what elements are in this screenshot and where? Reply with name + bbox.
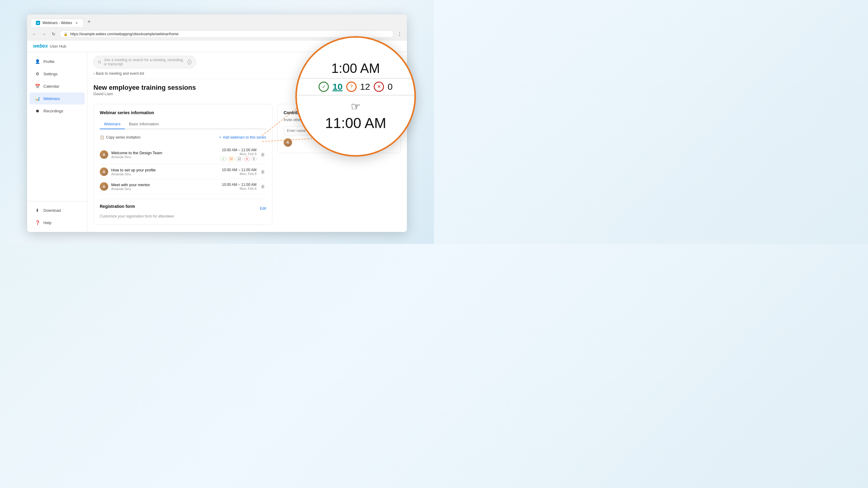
webinar-name-1[interactable]: How to set up your profile: [111, 168, 219, 172]
delete-webinar-2[interactable]: 🗑: [259, 183, 266, 190]
webinar-host-0: Amanda Sinu: [111, 155, 217, 159]
search-bar[interactable]: Join a meeting or search for a meeting, …: [93, 56, 196, 68]
browser-tab[interactable]: W Webinars - Webex ✕: [31, 19, 84, 27]
registration-edit-link[interactable]: Edit: [260, 206, 266, 210]
copy-icon: 📋: [100, 135, 104, 139]
forward-button[interactable]: →: [40, 30, 48, 38]
sidebar-item-calendar[interactable]: 📅 Calendar: [30, 80, 85, 92]
webinar-info-1: How to set up your profile Amanda Sinu: [111, 168, 219, 176]
copy-btn-label: Copy series invitation: [106, 135, 141, 139]
recordings-icon: ⏺: [34, 108, 40, 114]
webinar-time-0: 10:00 AM – 11:00 AM Mon, Feb 8 ✓ 10 12 ✕…: [220, 148, 256, 161]
stat-red-icon: ✕: [374, 82, 384, 92]
webinar-tabs: Webinars Basic information: [100, 119, 266, 129]
webinar-timerange-2: 10:00 AM – 11:00 AM: [222, 183, 256, 187]
page-subtitle: David Liam: [93, 92, 196, 96]
add-btn-label: Add webinars to this series: [223, 135, 266, 139]
stat-count-amber: 12: [360, 82, 370, 92]
webinar-date-0: Mon, Feb 8: [220, 152, 256, 156]
webinars-icon: 📊: [34, 96, 40, 101]
tab-bar: W Webinars - Webex ✕ +: [31, 17, 94, 27]
copy-series-button[interactable]: 📋 Copy series invitation: [100, 134, 141, 141]
tab-title: Webinars - Webex: [42, 21, 72, 25]
delete-webinar-1[interactable]: 🗑: [259, 168, 266, 175]
stat-count-red: 0: [388, 82, 393, 92]
webinar-info-0: Welcome to the Design Team Amanda Sinu: [111, 151, 217, 159]
webinar-time-2: 10:00 AM – 11:00 AM Mon, Feb 8: [222, 183, 256, 190]
sidebar-item-profile[interactable]: 👤 Profile: [30, 56, 85, 67]
back-text: Back to meeting and event list: [96, 71, 144, 76]
help-icon: ❓: [34, 220, 40, 226]
sidebar-item-help[interactable]: ❓ Help: [30, 217, 85, 229]
webinar-item-1: A How to set up your profile Amanda Sinu…: [100, 164, 266, 179]
registration-section: Registration form Edit Customize your re…: [100, 199, 266, 218]
stat-amber-icon: ?: [346, 82, 356, 92]
address-bar[interactable]: 🔒 https://example.webex.com/webappng/sit…: [60, 30, 394, 38]
sidebar-item-webinars[interactable]: 📊 Webinars: [30, 93, 85, 104]
sidebar-label-help: Help: [43, 221, 52, 225]
page-title: New employee training sessions: [93, 84, 196, 92]
sidebar-item-download[interactable]: ⬇ Download: [30, 204, 85, 216]
zoom-cursor: ☞: [351, 100, 361, 113]
delete-webinar-0[interactable]: 🗑: [259, 151, 266, 158]
zoom-time-before: 1:00 AM: [331, 59, 380, 75]
sidebar-label-profile: Profile: [43, 59, 55, 64]
action-row: 📋 Copy series invitation + Add webinars …: [100, 134, 266, 141]
sidebar-label-download: Download: [43, 208, 61, 213]
back-button[interactable]: ←: [31, 30, 38, 38]
sidebar-item-settings[interactable]: ⚙ Settings: [30, 68, 85, 80]
webinar-item-2: A Meet with your mentor Amanda Sinu 10:0…: [100, 179, 266, 194]
profile-icon: 👤: [34, 59, 40, 64]
badge-red-0: ✕: [244, 157, 250, 161]
sidebar-label-settings: Settings: [43, 72, 58, 76]
contributor-avatar-0: A: [284, 138, 292, 147]
zoom-stat-count-amber: 12: [360, 82, 370, 92]
lock-icon: 🔒: [64, 32, 68, 36]
zoom-stat-count-green: 10: [333, 82, 342, 92]
zoom-time-after: 11:00 AM: [325, 115, 386, 134]
tab-webinars[interactable]: Webinars: [100, 119, 125, 129]
reload-button[interactable]: ↻: [50, 30, 57, 38]
webinar-timerange-0: 10:00 AM – 11:00 AM: [220, 148, 256, 152]
registration-title: Registration form: [100, 204, 135, 209]
sidebar: 👤 Profile ⚙ Settings 📅 Calendar 📊: [27, 52, 87, 232]
webex-logo: webex User Hub: [33, 43, 66, 49]
webinar-series-card: Webinar series information Webinars Basi…: [93, 104, 273, 225]
page-title-block: New employee training sessions David Lia…: [93, 84, 196, 102]
stat-count-green: 10: [333, 82, 342, 92]
registration-description: Customize your registration form for att…: [100, 214, 266, 218]
badge-gray-0: 12: [236, 157, 243, 161]
zoom-stats-row: ✓ 10 ? 12 ✕ 0: [297, 78, 414, 96]
badge-gray2-0: 0: [251, 157, 256, 161]
search-placeholder: Join a meeting or search for a meeting, …: [104, 58, 185, 66]
url-text: https://example.webex.com/webappng/sites…: [70, 32, 179, 36]
tab-close-button[interactable]: ✕: [74, 21, 79, 25]
webinar-series-title: Webinar series information: [100, 110, 266, 115]
sidebar-top: 👤 Profile ⚙ Settings 📅 Calendar 📊: [27, 55, 87, 201]
webinar-date-1: Mon, Feb 8: [222, 172, 256, 175]
settings-icon: ⚙: [34, 71, 40, 77]
new-tab-button[interactable]: +: [84, 17, 94, 27]
webinar-name-0[interactable]: Welcome to the Design Team: [111, 151, 217, 155]
zoom-stat-green: ✓: [318, 82, 329, 92]
webinar-avatar-2: A: [100, 182, 108, 191]
tab-favicon: W: [36, 21, 40, 25]
app-name: User Hub: [50, 44, 66, 48]
sidebar-item-recordings[interactable]: ⏺ Recordings: [30, 105, 85, 117]
webinar-name-2[interactable]: Meet with your mentor: [111, 183, 219, 187]
svg-line-1: [100, 63, 101, 63]
sidebar-label-webinars: Webinars: [43, 96, 60, 101]
browser-menu-button[interactable]: ⋮: [396, 30, 403, 38]
add-webinar-button[interactable]: + Add webinars to this series: [219, 134, 266, 141]
registration-header: Registration form Edit: [100, 204, 266, 213]
webinar-info-2: Meet with your mentor Amanda Sinu: [111, 183, 219, 191]
webinar-avatar-1: A: [100, 167, 108, 176]
webinar-badges-0: ✓ 10 12 ✕ 0: [220, 157, 256, 161]
sidebar-bottom: ⬇ Download ❓ Help: [27, 201, 87, 229]
webinar-host-2: Amanda Sinu: [111, 187, 219, 191]
webinar-host-1: Amanda Sinu: [111, 172, 219, 176]
add-icon: +: [219, 135, 221, 139]
tab-basic-info[interactable]: Basic information: [125, 119, 163, 129]
badge-amber-0: 10: [227, 157, 235, 161]
search-info-icon: i: [187, 60, 191, 64]
